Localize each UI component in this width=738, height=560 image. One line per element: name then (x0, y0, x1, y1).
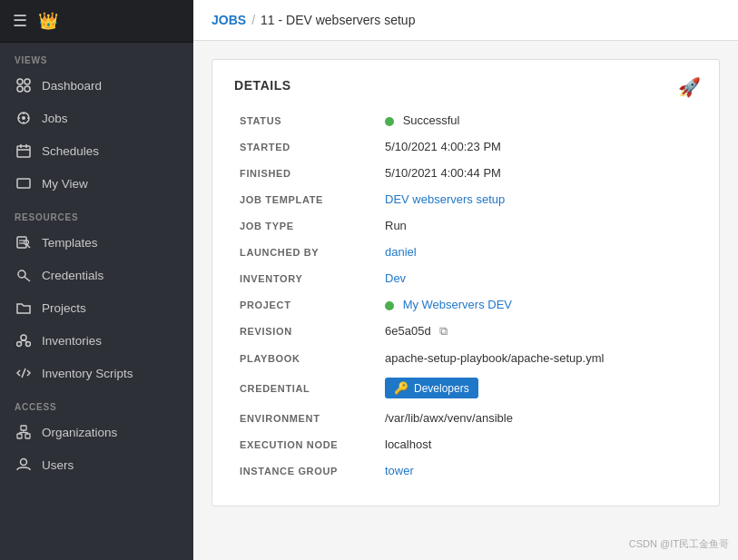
project-link[interactable]: My Webservers DEV (403, 298, 512, 311)
access-section-label: ACCESS (0, 389, 193, 416)
svg-point-8 (18, 117, 20, 119)
sidebar-item-inventories-label: Inventories (42, 334, 102, 348)
started-label: STARTED (234, 133, 379, 160)
execution-node-value: localhost (379, 431, 697, 457)
sidebar-item-organizations[interactable]: Organizations (0, 416, 193, 448)
svg-line-26 (22, 368, 25, 378)
sidebar-item-credentials-label: Credentials (42, 269, 103, 282)
svg-point-22 (17, 342, 22, 347)
playbook-value: apache-setup-playbook/apache-setup.yml (379, 345, 697, 371)
svg-point-6 (23, 113, 25, 114)
environment-label: ENVIRONMENT (234, 405, 379, 431)
launched-by-value: daniel (379, 239, 697, 265)
table-row-playbook: PLAYBOOK apache-setup-playbook/apache-se… (234, 345, 697, 371)
table-row-job-template: JOB TEMPLATE DEV webservers setup (234, 186, 697, 212)
table-row-execution-node: EXECUTION NODE localhost (234, 431, 697, 457)
svg-line-20 (25, 277, 30, 281)
job-template-value: DEV webservers setup (379, 186, 697, 212)
rocket-icon[interactable]: 🚀 (678, 76, 701, 98)
instance-group-value: tower (379, 457, 697, 484)
started-value: 5/10/2021 4:00:23 PM (379, 133, 697, 160)
sidebar-item-projects-label: Projects (42, 301, 86, 315)
resources-section-label: RESOURCES (0, 200, 193, 226)
detail-table: STATUS Successful STARTED 5/10/2021 4:00… (234, 107, 697, 484)
breadcrumb-separator: / (251, 13, 255, 27)
instance-group-label: INSTANCE GROUP (234, 457, 379, 484)
revision-text: 6e5a05d (385, 324, 431, 338)
launched-by-link[interactable]: daniel (385, 245, 417, 259)
svg-rect-27 (21, 426, 26, 430)
table-row-project: PROJECT My Webservers DEV (234, 291, 697, 318)
svg-point-5 (22, 116, 25, 120)
inventory-link[interactable]: Dev (385, 271, 406, 285)
svg-point-21 (21, 335, 26, 340)
key-icon: 🔑 (394, 381, 408, 395)
sidebar-item-credentials[interactable]: Credentials (0, 259, 193, 291)
job-template-label: JOB TEMPLATE (234, 186, 379, 212)
sidebar-item-users-label: Users (42, 458, 74, 472)
svg-point-0 (17, 79, 23, 84)
sidebar-item-users[interactable]: Users (0, 448, 193, 481)
hamburger-icon[interactable]: ☰ (13, 11, 27, 31)
svg-point-19 (18, 270, 25, 278)
credential-badge[interactable]: 🔑 Developers (385, 378, 478, 398)
svg-rect-14 (17, 179, 30, 188)
sidebar-header: ☰ 👑 (0, 0, 193, 43)
svg-point-9 (23, 122, 25, 123)
environment-value: /var/lib/awx/venv/ansible (379, 405, 697, 431)
instance-group-link[interactable]: tower (385, 464, 414, 477)
users-icon (15, 457, 33, 472)
my-view-icon (15, 176, 33, 191)
topbar: JOBS / 11 - DEV webservers setup (193, 0, 738, 41)
table-row-launched-by: LAUNCHED BY daniel (234, 239, 697, 265)
table-row-job-type: JOB TYPE Run (234, 212, 697, 239)
table-row-started: STARTED 5/10/2021 4:00:23 PM (234, 133, 697, 160)
sidebar-item-my-view-label: My View (42, 177, 88, 191)
sidebar-item-jobs-label: Jobs (42, 112, 68, 125)
svg-point-34 (21, 459, 27, 466)
copy-icon[interactable]: ⧉ (439, 324, 448, 339)
inventory-scripts-icon (15, 366, 33, 380)
svg-rect-28 (17, 434, 22, 438)
detail-card: DETAILS 🚀 STATUS Successful STARTED (212, 59, 720, 506)
status-value: Successful (379, 107, 697, 133)
schedules-icon (15, 143, 33, 158)
credential-value: 🔑 Developers (379, 371, 697, 405)
views-section-label: VIEWS (0, 43, 193, 69)
launched-by-label: LAUNCHED BY (234, 239, 379, 265)
crown-icon[interactable]: 👑 (38, 11, 58, 31)
svg-rect-15 (17, 237, 26, 248)
sidebar-item-projects[interactable]: Projects (0, 291, 193, 324)
status-text: Successful (403, 113, 460, 127)
finished-value: 5/10/2021 4:00:44 PM (379, 160, 697, 186)
project-label: PROJECT (234, 291, 379, 318)
sidebar-item-schedules[interactable]: Schedules (0, 134, 193, 167)
table-row-credential: CREDENTIAL 🔑 Developers (234, 371, 697, 405)
sidebar-item-templates[interactable]: Templates (0, 226, 193, 259)
svg-point-2 (17, 86, 23, 92)
svg-point-23 (26, 342, 31, 347)
sidebar-item-inventory-scripts[interactable]: Inventory Scripts (0, 357, 193, 389)
detail-title: DETAILS (234, 78, 697, 93)
table-row-revision: REVISION 6e5a05d ⧉ (234, 318, 697, 345)
project-value: My Webservers DEV (379, 291, 697, 318)
job-type-label: JOB TYPE (234, 212, 379, 239)
status-label: STATUS (234, 107, 379, 133)
inventory-label: INVENTORY (234, 265, 379, 291)
credential-badge-label: Developers (414, 382, 469, 395)
sidebar-item-organizations-label: Organizations (42, 426, 117, 439)
sidebar-item-dashboard[interactable]: Dashboard (0, 69, 193, 102)
sidebar-item-my-view[interactable]: My View (0, 167, 193, 200)
svg-point-7 (27, 117, 29, 119)
project-status-dot (385, 301, 394, 310)
inventory-value: Dev (379, 265, 697, 291)
sidebar-item-inventories[interactable]: Inventories (0, 324, 193, 357)
dashboard-icon (15, 78, 33, 93)
breadcrumb: JOBS / 11 - DEV webservers setup (212, 13, 415, 27)
breadcrumb-jobs-link[interactable]: JOBS (212, 13, 246, 27)
revision-value: 6e5a05d ⧉ (379, 318, 697, 345)
job-template-link[interactable]: DEV webservers setup (385, 192, 505, 206)
sidebar-item-jobs[interactable]: Jobs (0, 102, 193, 134)
job-type-value: Run (379, 212, 697, 239)
svg-rect-10 (17, 146, 30, 157)
